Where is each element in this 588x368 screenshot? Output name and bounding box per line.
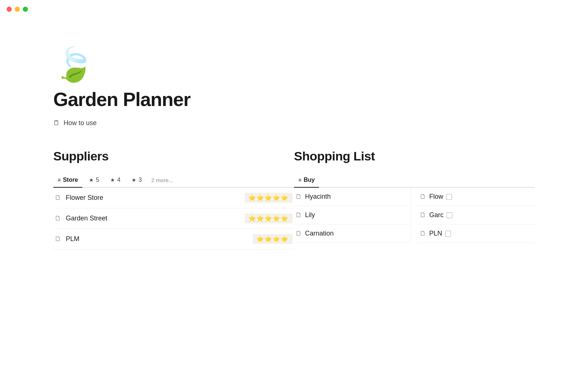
doc-icon: 🗋 [295,211,302,219]
how-to-use-label: How to use [64,119,97,127]
doc-icon: 🗋 [420,211,426,219]
row-name: Flower Store [66,194,103,202]
shopping-list-body: 🗋 Hyacinth 🗋 Lily 🗋 Carnation [294,188,535,243]
item-name: Flow [429,193,443,201]
item-name: Hyacinth [305,193,331,201]
sections-row: Suppliers ≡ Store ★ 5 ★ 4 ★ 3 [53,149,535,250]
checkbox[interactable] [445,231,451,237]
item-name: Garc [429,211,444,219]
suppliers-title: Suppliers [53,149,294,163]
list-item[interactable]: 🗋 Garc [418,206,535,224]
tab-4star-label: 4 [117,177,121,183]
stars-rating: ⭐⭐⭐⭐⭐ [245,193,293,203]
tab-buy-label: Buy [304,177,315,183]
tab-store-label: Store [63,177,78,183]
suppliers-section: Suppliers ≡ Store ★ 5 ★ 4 ★ 3 [53,149,294,250]
traffic-lights [7,7,28,12]
page-icon: 🍃 [53,48,94,81]
list-item[interactable]: 🗋 Flow [418,188,535,206]
maximize-button[interactable] [23,7,28,12]
doc-icon: 🗋 [420,230,426,237]
doc-icon: 🗋 [55,215,61,222]
row-name: Garden Street [66,215,107,222]
list-icon: ≡ [298,177,301,183]
close-button[interactable] [7,7,12,12]
tab-3star-label: 3 [139,177,142,183]
doc-icon: 🗋 [55,194,61,202]
shopping-col-1: 🗋 Hyacinth 🗋 Lily 🗋 Carnation [294,188,410,243]
item-name: PLN [429,230,442,237]
item-name: Lily [305,211,315,219]
tab-store[interactable]: ≡ Store [53,174,82,187]
page-title: Garden Planner [53,88,535,110]
tab-more[interactable]: 2 more... [148,174,176,187]
shopping-list-title: Shopping List [294,149,535,163]
star-icon-4: ★ [110,177,115,183]
row-left: 🗋 Flower Store [55,194,103,202]
row-name: PLM [66,235,79,243]
doc-icon: 🗋 [55,235,61,243]
star-icon-3: ★ [132,177,136,183]
doc-icon: 🗋 [295,193,302,201]
main-content: 🍃 Garden Planner 🗒 How to use Suppliers … [0,0,588,250]
tab-more-label: 2 more... [151,177,173,183]
shopping-col-2: 🗋 Flow 🗋 Garc 🗋 PLN [410,188,535,243]
stars-rating: ⭐⭐⭐⭐⭐ [245,213,293,223]
row-right: ⭐⭐⭐⭐⭐ [245,213,293,223]
shopping-tabs: ≡ Buy [294,174,535,188]
doc-icon: 🗋 [420,193,426,201]
row-right: ⭐⭐⭐⭐⭐ [245,193,293,203]
tab-3star[interactable]: ★ 3 [127,174,146,187]
minimize-button[interactable] [15,7,20,12]
checkbox[interactable] [446,194,452,200]
list-item[interactable]: 🗋 Hyacinth [294,188,410,206]
tab-5star-label: 5 [96,177,99,183]
tab-4star[interactable]: ★ 4 [106,174,125,187]
list-icon: ≡ [58,177,61,183]
table-row[interactable]: 🗋 Garden Street ⭐⭐⭐⭐⭐ [53,208,294,229]
how-to-use-link[interactable]: 🗒 How to use [53,119,535,127]
document-icon: 🗒 [53,119,60,127]
star-icon-5: ★ [89,177,94,183]
list-item[interactable]: 🗋 PLN [418,224,535,243]
tab-buy[interactable]: ≡ Buy [294,174,319,187]
doc-icon: 🗋 [295,230,302,237]
row-left: 🗋 PLM [55,235,79,243]
table-row[interactable]: 🗋 PLM ⭐⭐⭐⭐ [53,229,294,250]
tab-5star[interactable]: ★ 5 [85,174,104,187]
row-left: 🗋 Garden Street [55,215,107,222]
list-item[interactable]: 🗋 Lily [294,206,410,224]
list-item[interactable]: 🗋 Carnation [294,224,410,243]
item-name: Carnation [305,230,334,237]
checkbox[interactable] [447,212,452,218]
stars-rating: ⭐⭐⭐⭐ [253,234,293,244]
shopping-list-section: Shopping List ≡ Buy 🗋 Hyacinth 🗋 [294,149,535,250]
table-row[interactable]: 🗋 Flower Store ⭐⭐⭐⭐⭐ [53,188,294,208]
suppliers-tabs: ≡ Store ★ 5 ★ 4 ★ 3 2 more... [53,174,294,188]
row-right: ⭐⭐⭐⭐ [253,234,293,244]
suppliers-table: 🗋 Flower Store ⭐⭐⭐⭐⭐ 🗋 Garden Street ⭐⭐⭐… [53,188,294,250]
